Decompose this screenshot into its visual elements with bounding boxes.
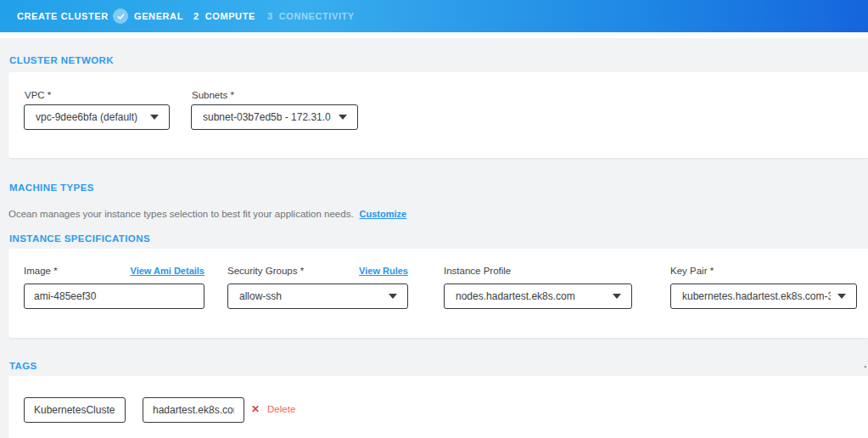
- vpc-select-value: vpc-9dee6bfa (default): [36, 111, 143, 123]
- tab-connectivity-label: CONNECTIVITY: [279, 11, 355, 21]
- instance-profile-label: Instance Profile: [444, 266, 511, 276]
- tab-connectivity[interactable]: 3 CONNECTIVITY: [267, 0, 355, 32]
- tab-compute-label: COMPUTE: [205, 11, 255, 21]
- security-groups-select[interactable]: allow-ssh: [227, 284, 408, 309]
- key-pair-select[interactable]: kubernetes.hadartest.ek8s.com-39:84:a5:9…: [670, 284, 857, 309]
- tag-value-input[interactable]: [143, 397, 244, 423]
- machine-types-description: Ocean manages your instance types select…: [8, 209, 406, 219]
- chevron-down-icon: [613, 294, 621, 299]
- window-title: CREATE CLUSTER: [17, 0, 109, 32]
- section-heading-cluster-network: CLUSTER NETWORK: [9, 55, 114, 65]
- clipped-edge-icon: [863, 362, 868, 368]
- check-icon: [113, 8, 128, 24]
- create-cluster-screen: CREATE CLUSTER GENERAL 2 COMPUTE 3 CONNE…: [0, 0, 868, 438]
- section-heading-tags: TAGS: [9, 361, 37, 371]
- image-input[interactable]: [24, 284, 204, 309]
- image-label: Image *: [24, 266, 58, 276]
- delete-tag-label: Delete: [267, 404, 295, 414]
- view-rules-link[interactable]: View Rules: [359, 266, 408, 276]
- chevron-down-icon: [837, 294, 846, 299]
- instance-profile-select[interactable]: nodes.hadartest.ek8s.com: [444, 284, 632, 309]
- machine-types-description-text: Ocean manages your instance types select…: [8, 209, 354, 219]
- section-heading-machine-types: MACHINE TYPES: [9, 182, 94, 193]
- vpc-label: VPC *: [25, 90, 51, 100]
- chevron-down-icon: [339, 115, 347, 120]
- delete-x-icon: ✕: [251, 404, 260, 414]
- wizard-topbar: CREATE CLUSTER GENERAL 2 COMPUTE 3 CONNE…: [0, 0, 868, 32]
- instance-profile-select-value: nodes.hadartest.ek8s.com: [456, 290, 606, 302]
- tab-compute[interactable]: 2 COMPUTE: [193, 0, 255, 32]
- customize-link[interactable]: Customize: [360, 209, 407, 219]
- tag-key-input[interactable]: [24, 397, 126, 423]
- key-pair-select-value: kubernetes.hadartest.ek8s.com-39:84:a5:9…: [682, 290, 831, 302]
- key-pair-label: Key Pair *: [670, 266, 714, 276]
- chevron-down-icon: [150, 115, 159, 120]
- subnets-select[interactable]: subnet-03b7ed5b - 172.31.0.0/20 ...: [191, 104, 358, 130]
- chevron-down-icon: [389, 294, 397, 299]
- vpc-select[interactable]: vpc-9dee6bfa (default): [24, 104, 170, 130]
- subnets-select-value: subnet-03b7ed5b - 172.31.0.0/20 ...: [203, 111, 332, 123]
- instance-specifications-panel: Image * View Ami Details Security Groups…: [8, 249, 868, 338]
- cluster-network-panel: VPC * vpc-9dee6bfa (default) Subnets * s…: [8, 72, 868, 158]
- security-groups-select-value: allow-ssh: [239, 290, 382, 302]
- tab-general-label: GENERAL: [134, 11, 183, 21]
- delete-tag-button[interactable]: ✕ Delete: [251, 404, 295, 414]
- view-ami-details-link[interactable]: View Ami Details: [131, 266, 204, 276]
- tab-connectivity-number: 3: [267, 11, 273, 21]
- section-heading-instance-specifications: INSTANCE SPECIFICATIONS: [9, 233, 150, 244]
- tab-general[interactable]: GENERAL: [113, 0, 183, 32]
- tags-panel: ✕ Delete: [8, 376, 868, 438]
- tab-compute-number: 2: [193, 11, 199, 21]
- subnets-label: Subnets *: [192, 90, 234, 100]
- security-groups-label: Security Groups *: [227, 266, 304, 276]
- topbar-bottom-strip: [0, 32, 868, 38]
